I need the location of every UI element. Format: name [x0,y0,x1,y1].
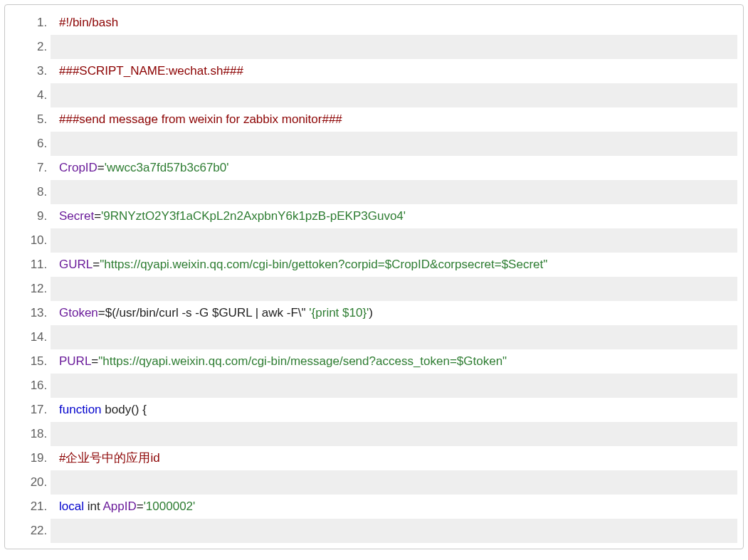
code-block: #!/bin/bash ###SCRIPT_NAME:wechat.sh### … [4,4,744,549]
code-token-plain: =$(/usr/bin/curl -s -G $GURL | awk -F\" [98,306,310,319]
code-line: GURL="https://qyapi.weixin.qq.com/cgi-bi… [51,253,737,277]
code-token-var: Gtoken [59,306,98,319]
code-token-var: Secret [59,209,94,223]
code-line: ###SCRIPT_NAME:wechat.sh### [51,59,737,83]
code-line [51,277,737,301]
code-token-plain: body() { [102,403,147,416]
code-token-string: "https://qyapi.weixin.qq.com/cgi-bin/get… [100,258,547,271]
code-line: #!/bin/bash [51,11,737,35]
code-token-string: "https://qyapi.weixin.qq.com/cgi-bin/mes… [98,354,507,368]
code-token-keyword: local [59,500,84,513]
code-token-comment: #!/bin/bash [59,16,118,29]
code-token-keyword: function [59,403,102,416]
code-token-string: '{print $10}' [309,306,369,319]
code-token-comment: #企业号中的应用id [59,451,160,465]
code-line [51,180,737,204]
code-line [51,228,737,253]
code-token-plain: = [98,161,105,174]
code-line [51,132,737,156]
code-line: #企业号中的应用id [51,446,737,470]
code-line: local int AppID='1000002' [51,495,737,519]
code-token-plain: = [93,258,100,271]
code-token-string: 'wwcc3a7fd57b3c67b0' [105,161,229,174]
code-token-comment: ###send message from weixin for zabbix m… [59,112,342,126]
code-token-var: GURL [59,258,93,271]
code-line [51,83,737,107]
code-token-plain: = [91,354,98,368]
code-line [51,470,737,495]
code-line [51,519,737,543]
code-token-plain: = [137,500,144,513]
code-token-var: CropID [59,161,98,174]
code-token-plain: int [84,500,102,513]
code-token-var: AppID [102,500,136,513]
code-line: Secret='9RNYztO2Y3f1aCKpL2n2AxpbnY6k1pzB… [51,204,737,228]
code-line [51,35,737,59]
code-token-string: '9RNYztO2Y3f1aCKpL2n2AxpbnY6k1pzB-pEKP3G… [101,209,406,223]
code-line: Gtoken=$(/usr/bin/curl -s -G $GURL | awk… [51,301,737,325]
code-line: PURL="https://qyapi.weixin.qq.com/cgi-bi… [51,349,737,374]
code-line: CropID='wwcc3a7fd57b3c67b0' [51,156,737,180]
code-line-list: #!/bin/bash ###SCRIPT_NAME:wechat.sh### … [11,11,737,543]
code-token-string: '1000002' [144,500,196,513]
code-token-comment: ###SCRIPT_NAME:wechat.sh### [59,64,243,78]
code-line: function body() { [51,398,737,422]
code-token-var: PURL [59,354,91,368]
code-token-plain: = [94,209,101,223]
code-line [51,325,737,349]
code-token-plain: ) [369,306,373,319]
code-line: ###send message from weixin for zabbix m… [51,107,737,132]
code-line [51,374,737,398]
code-line [51,422,737,446]
